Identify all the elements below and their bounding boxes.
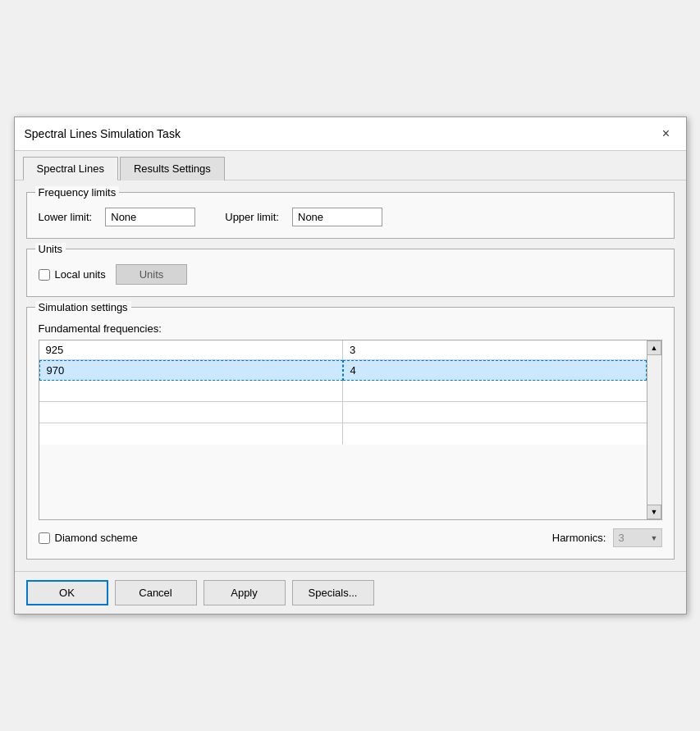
frequency-limits-group: Frequency limits Lower limit: Upper limi… — [26, 192, 675, 239]
bottom-row: Diamond scheme Harmonics: 3 — [39, 528, 662, 547]
scrollbar[interactable]: ▲ ▼ — [647, 340, 661, 519]
table-cell-col1-2 — [39, 381, 344, 402]
specials-button[interactable]: Specials... — [292, 580, 374, 605]
local-units-text: Local units — [55, 268, 106, 281]
tab-spectral-lines[interactable]: Spectral Lines — [23, 157, 118, 180]
table-cell-col1-1: 970 — [39, 360, 343, 381]
scroll-down-button[interactable]: ▼ — [647, 505, 661, 519]
table-row[interactable] — [39, 381, 647, 402]
frequency-table: 925 3 970 4 — [39, 340, 647, 519]
table-row[interactable]: 970 4 — [39, 360, 647, 381]
diamond-scheme-text: Diamond scheme — [55, 532, 138, 544]
lower-limit-input[interactable] — [105, 208, 195, 226]
harmonics-label: Harmonics: — [552, 532, 606, 544]
table-row[interactable]: 925 3 — [39, 340, 647, 360]
local-units-checkbox-label[interactable]: Local units — [39, 268, 106, 281]
simulation-settings-label: Simulation settings — [35, 301, 131, 313]
table-cell-empty — [343, 423, 647, 445]
table-cell-col2-1: 4 — [343, 360, 647, 381]
table-cell-col1-0: 925 — [39, 340, 344, 360]
simulation-settings-group: Simulation settings Fundamental frequenc… — [26, 307, 675, 560]
harmonics-select[interactable]: 3 — [613, 528, 662, 547]
table-row — [39, 423, 647, 445]
units-group: Units Local units Units — [26, 249, 675, 297]
diamond-scheme-checkbox[interactable] — [39, 532, 50, 544]
frequency-limits-row: Lower limit: Upper limit: — [39, 208, 662, 226]
button-bar: OK Cancel Apply Specials... — [15, 571, 686, 614]
table-cell-col2-2 — [343, 381, 647, 402]
title-bar: Spectral Lines Simulation Task × — [15, 117, 686, 151]
dialog-title: Spectral Lines Simulation Task — [25, 127, 181, 140]
units-group-label: Units — [35, 243, 66, 255]
tab-bar: Spectral Lines Results Settings — [15, 151, 686, 180]
table-cell-col2-3 — [343, 402, 647, 423]
local-units-checkbox[interactable] — [39, 269, 50, 281]
ok-button[interactable]: OK — [26, 580, 108, 605]
table-cell-col1-3 — [39, 402, 344, 423]
table-row[interactable] — [39, 402, 647, 423]
main-dialog: Spectral Lines Simulation Task × Spectra… — [14, 117, 687, 614]
units-row: Local units Units — [39, 264, 662, 285]
table-cell-col2-0: 3 — [343, 340, 647, 360]
upper-limit-label: Upper limit: — [225, 211, 279, 223]
upper-limit-input[interactable] — [292, 208, 382, 226]
apply-button[interactable]: Apply — [204, 580, 286, 605]
tab-results-settings[interactable]: Results Settings — [120, 157, 225, 180]
cancel-button[interactable]: Cancel — [115, 580, 197, 605]
harmonics-select-wrapper: 3 — [613, 528, 662, 547]
units-button[interactable]: Units — [116, 264, 188, 285]
diamond-scheme-checkbox-label[interactable]: Diamond scheme — [39, 532, 138, 544]
lower-limit-label: Lower limit: — [39, 211, 93, 223]
harmonics-row: Harmonics: 3 — [552, 528, 662, 547]
fundamental-frequencies-label: Fundamental frequencies: — [39, 322, 662, 335]
scroll-up-button[interactable]: ▲ — [647, 340, 661, 355]
content-area: Frequency limits Lower limit: Upper limi… — [15, 180, 686, 571]
table-cell-empty — [39, 423, 344, 445]
close-button[interactable]: × — [657, 124, 676, 144]
frequency-limits-label: Frequency limits — [35, 186, 120, 199]
frequency-table-wrapper: 925 3 970 4 — [39, 340, 662, 520]
